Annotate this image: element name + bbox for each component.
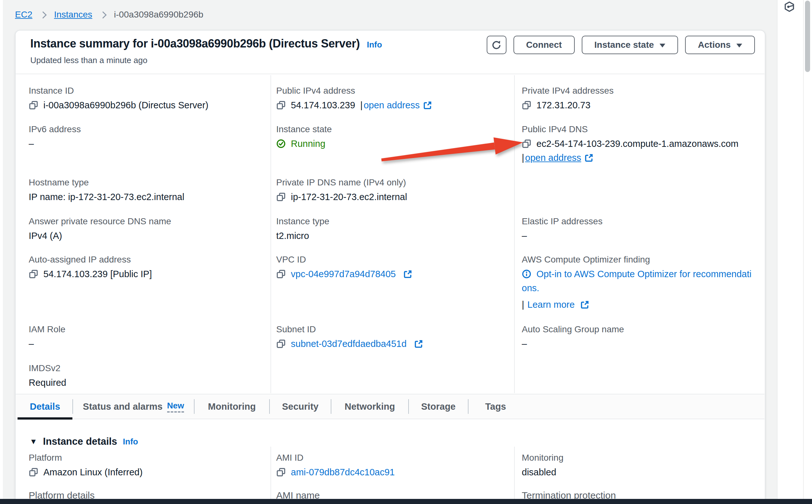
instance-details-header: ▼ Instance details Info — [30, 436, 138, 447]
field-auto-scaling-group: Auto Scaling Group name – — [522, 324, 759, 349]
field-instance-state: Instance state Running — [276, 124, 509, 149]
copy-icon[interactable] — [29, 467, 38, 477]
external-link-icon[interactable] — [580, 300, 589, 309]
section-title: Instance details — [43, 436, 117, 447]
field-label: Private IPv4 addresses — [522, 85, 759, 96]
tab-monitoring[interactable]: Monitoring — [194, 394, 269, 419]
scrollbar-thumb[interactable] — [805, 1, 810, 72]
subnet-id-link[interactable]: subnet-03d7edfdaedba451d — [291, 338, 407, 349]
copy-icon[interactable] — [276, 192, 286, 202]
imdsv2-value: Required — [29, 377, 66, 388]
tab-storage[interactable]: Storage — [409, 394, 468, 419]
copy-icon[interactable] — [29, 269, 38, 279]
field-label: Auto-assigned IP address — [29, 254, 265, 265]
tab-label: Status and alarms — [83, 401, 163, 412]
field-label: Platform — [29, 452, 265, 463]
public-ipv4-value: 54.174.103.239 — [291, 99, 355, 111]
field-iam-role: IAM Role – — [29, 324, 265, 349]
actions-button-label: Actions — [698, 40, 731, 50]
external-link-icon[interactable] — [403, 270, 412, 278]
field-elastic-ip: Elastic IP addresses – — [522, 216, 759, 241]
external-link-icon[interactable] — [584, 154, 593, 162]
iam-role-value: – — [29, 338, 34, 349]
field-label: Public IPv4 DNS — [522, 124, 759, 135]
collapse-triangle-icon[interactable]: ▼ — [30, 437, 37, 446]
summary-info-link[interactable]: Info — [367, 40, 382, 50]
connect-button-label: Connect — [526, 40, 562, 50]
ec2-instance-summary-page: EC2 Instances i-00a3098a6990b296b Instan… — [0, 0, 812, 504]
scrollbar-track-border — [803, 0, 804, 504]
instance-type-value: t2.micro — [276, 230, 309, 241]
tab-details[interactable]: Details — [18, 394, 72, 419]
tab-label: Networking — [345, 401, 395, 412]
copy-icon[interactable] — [276, 269, 286, 279]
open-address-link[interactable]: open address — [364, 99, 420, 111]
vpc-id-link[interactable]: vpc-04e997d7a94d78405 — [291, 268, 396, 280]
copy-icon[interactable] — [276, 339, 286, 349]
copy-icon[interactable] — [276, 467, 286, 477]
tab-status-and-alarms[interactable]: Status and alarms New — [73, 394, 194, 419]
footer-bar — [0, 499, 812, 504]
platform-value: Amazon Linux (Inferred) — [43, 466, 142, 478]
optimizer-opt-in-link[interactable]: Opt-in to AWS Compute Optimizer for reco… — [536, 268, 751, 280]
field-answer-private-dns: Answer private resource DNS name IPv4 (A… — [29, 216, 265, 241]
field-public-dns: Public IPv4 DNS ec2-54-174-103-239.compu… — [522, 124, 759, 163]
field-label: Public IPv4 address — [276, 85, 509, 96]
copy-icon[interactable] — [522, 100, 531, 110]
learn-more-link[interactable]: Learn more — [527, 299, 575, 310]
column-divider — [271, 447, 271, 499]
details-info-link[interactable]: Info — [123, 437, 138, 447]
chevron-right-icon — [40, 11, 47, 19]
tab-security[interactable]: Security — [270, 394, 331, 419]
pipe-separator: | — [522, 152, 524, 163]
field-label: AWS Compute Optimizer finding — [522, 254, 759, 265]
copy-icon[interactable] — [276, 100, 286, 110]
header-divider — [16, 74, 765, 74]
column-divider — [271, 75, 271, 393]
field-label: Answer private resource DNS name — [29, 216, 265, 227]
right-side-panel-rail — [777, 0, 812, 504]
external-link-icon[interactable] — [414, 340, 423, 348]
breadcrumb-instances-link[interactable]: Instances — [54, 10, 92, 20]
field-platform: Platform Amazon Linux (Inferred) — [29, 452, 265, 478]
tab-tags[interactable]: Tags — [468, 394, 523, 419]
field-label: Monitoring — [522, 452, 759, 463]
tab-label: Security — [282, 401, 318, 412]
monitoring-value: disabled — [522, 466, 556, 478]
tab-networking[interactable]: Networking — [331, 394, 408, 419]
refresh-button[interactable] — [487, 36, 506, 54]
instance-state-button-label: Instance state — [594, 40, 654, 50]
private-dns-value: ip-172-31-20-73.ec2.internal — [291, 191, 407, 203]
field-vpc-id: VPC ID vpc-04e997d7a94d78405 — [276, 254, 509, 280]
field-private-dns: Private IP DNS name (IPv4 only) ip-172-3… — [276, 177, 509, 203]
instance-state-dropdown-button[interactable]: Instance state — [582, 36, 678, 54]
field-label: Instance type — [276, 216, 509, 227]
info-circle-icon — [522, 269, 531, 279]
hexagon-node-icon[interactable] — [784, 1, 795, 12]
tab-label: Details — [30, 401, 60, 412]
breadcrumb: EC2 Instances i-00a3098a6990b296b — [15, 10, 204, 20]
header-actions: Connect Instance state Actions — [487, 36, 755, 54]
field-subnet-id: Subnet ID subnet-03d7edfdaedba451d — [276, 324, 509, 349]
field-label: Private IP DNS name (IPv4 only) — [276, 177, 509, 188]
copy-icon[interactable] — [29, 100, 38, 110]
chevron-right-icon — [99, 11, 107, 19]
connect-button[interactable]: Connect — [513, 36, 575, 54]
field-label: Elastic IP addresses — [522, 216, 759, 227]
external-link-icon[interactable] — [423, 101, 432, 110]
field-label: Hostname type — [29, 177, 265, 188]
open-address-link[interactable]: open address — [525, 152, 581, 163]
field-compute-optimizer: AWS Compute Optimizer finding Opt-in to … — [522, 254, 759, 310]
optimizer-opt-in-link-wrap[interactable]: ons. — [522, 282, 539, 294]
asg-value: – — [522, 338, 527, 349]
field-label: Auto Scaling Group name — [522, 324, 759, 335]
field-ami-id: AMI ID ami-079db87dc4c10ac91 — [276, 452, 509, 478]
public-dns-value: ec2-54-174-103-239.compute-1.amazonaws.c… — [536, 138, 739, 149]
breadcrumb-ec2-link[interactable]: EC2 — [15, 10, 32, 20]
check-circle-icon — [276, 139, 286, 148]
copy-icon[interactable] — [522, 139, 531, 148]
new-badge: New — [167, 401, 184, 413]
actions-dropdown-button[interactable]: Actions — [685, 36, 755, 54]
ami-id-link[interactable]: ami-079db87dc4c10ac91 — [291, 466, 395, 478]
column-divider — [514, 75, 515, 393]
